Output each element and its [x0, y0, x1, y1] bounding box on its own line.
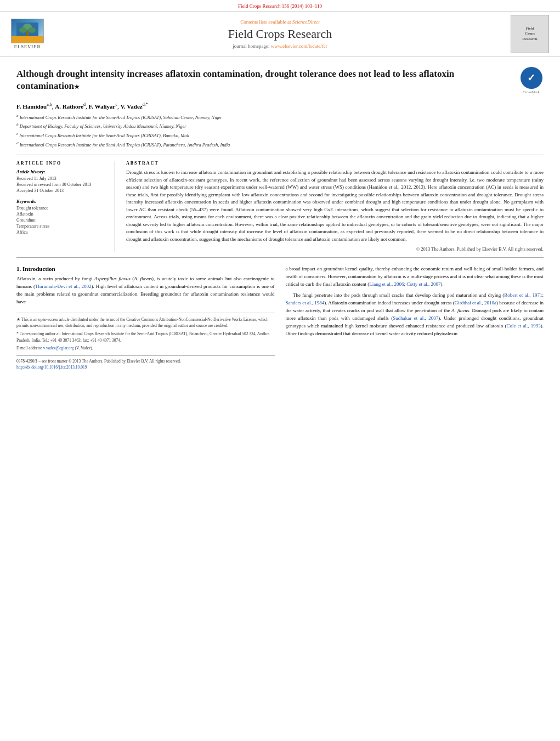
- abstract-heading: ABSTRACT: [126, 161, 544, 166]
- keyword-temp-stress: Temperature stress: [16, 224, 108, 229]
- article-title-text: Although drought intensity increases afl…: [16, 68, 511, 94]
- abstract-text: Drought stress is known to increase afla…: [126, 169, 544, 243]
- affiliation-a: a International Crops Research Institute…: [16, 113, 544, 121]
- keyword-drought-tolerance: Drought tolerance: [16, 206, 108, 211]
- footnotes-area: ★ This is an open-access article distrib…: [16, 313, 275, 351]
- elsevier-wordmark: ELSEVIER: [14, 44, 41, 49]
- affiliation-d: d International Crops Research Institute…: [16, 140, 544, 149]
- abstract-copyright: © 2013 The Authors. Published by Elsevie…: [126, 246, 544, 252]
- citation-robert[interactable]: Robert et al., 1971: [504, 292, 542, 298]
- author-vadez: V. Vadezd,*: [121, 103, 148, 110]
- sciencedirect-line: Contents lists available at ScienceDirec…: [60, 19, 500, 25]
- citation-liang[interactable]: Liang et al., 2006: [369, 281, 404, 287]
- doi-link[interactable]: http://dx.doi.org/10.1016/j.fcr.2013.10.…: [16, 365, 275, 370]
- article-body: Although drought intensity increases afl…: [0, 57, 560, 381]
- keywords-section: Keywords: Drought tolerance Aflatoxin Gr…: [16, 199, 108, 235]
- authors-line: F. Hamidoua,b, A. Rathored, F. Waliyarc,…: [16, 102, 544, 110]
- keywords-label: Keywords:: [16, 199, 108, 204]
- journal-header: ELSEVIER Contents lists available at Sci…: [0, 11, 560, 57]
- keyword-africa: Africa: [16, 230, 108, 235]
- history-accepted: Accepted 31 October 2013: [16, 188, 108, 193]
- info-abstract-section: ARTICLE INFO Article history: Received 1…: [16, 161, 544, 252]
- affiliation-c: c International Crops Research Institute…: [16, 131, 544, 139]
- abstract-col: ABSTRACT Drought stress is known to incr…: [126, 161, 544, 252]
- affiliations: a International Crops Research Institute…: [16, 113, 544, 148]
- main-content: 1. Introduction Aflatoxin, a toxin produ…: [16, 265, 544, 370]
- author-waliyar: F. Waliyarc,: [89, 103, 121, 110]
- svg-point-2: [19, 27, 27, 33]
- elsevier-logo-image: [11, 19, 44, 43]
- issn-text: 0378-4290/$ – see front matter © 2013 Th…: [16, 359, 181, 364]
- crossmark-badge[interactable]: ✓ CrossMark: [519, 68, 544, 93]
- keyword-groundnut: Groundnut: [16, 218, 108, 223]
- journal-center: Contents lists available at ScienceDirec…: [49, 19, 511, 49]
- article-info-col: ARTICLE INFO Article history: Received 1…: [16, 161, 115, 252]
- svg-point-3: [28, 27, 36, 33]
- high-label: High: [96, 284, 106, 289]
- divider-2: [16, 257, 544, 258]
- sciencedirect-link-text[interactable]: ScienceDirect: [292, 19, 320, 25]
- right-para-1: a broad impact on groundnut kernel quali…: [286, 265, 544, 289]
- citation-sudhakar[interactable]: Sudhakar et al., 2007: [393, 315, 438, 321]
- article-info-heading: ARTICLE INFO: [16, 161, 108, 166]
- journal-banner: Field Crops Research 156 (2014) 103–110: [0, 0, 560, 11]
- right-para-2: The fungi penetrate into the pods throug…: [286, 292, 544, 338]
- citation-thirumala[interactable]: Thirumala-Devi et al., 2002: [35, 284, 91, 289]
- author-rathore: A. Rathored,: [55, 103, 88, 110]
- footnote-email: E-mail address: v.vadez@cgiar.org (V. Va…: [16, 345, 275, 351]
- citation-girdthai[interactable]: Girdthai et al., 2010a: [455, 300, 496, 306]
- bottom-bar: 0378-4290/$ – see front matter © 2013 Th…: [16, 355, 275, 364]
- affiliation-b: b Department of Biology, Faculty of Scie…: [16, 122, 544, 130]
- journal-title: Field Crops Research: [60, 27, 500, 41]
- divider-1: [16, 155, 544, 155]
- history-received: Received 11 July 2013: [16, 176, 108, 181]
- main-left-col: 1. Introduction Aflatoxin, a toxin produ…: [16, 265, 275, 370]
- author-hamidou: F. Hamidoua,b,: [16, 103, 55, 110]
- intro-text: Aflatoxin, a toxin produced by fungi Asp…: [16, 275, 275, 306]
- footnote-corresponding: * Corresponding author at: International…: [16, 331, 275, 343]
- main-two-col: 1. Introduction Aflatoxin, a toxin produ…: [16, 265, 544, 370]
- homepage-url[interactable]: www.elsevier.com/locate/fcr: [271, 43, 327, 49]
- keyword-aflatoxin: Aflatoxin: [16, 212, 108, 217]
- email-link[interactable]: v.vadez@cgiar.org: [43, 346, 74, 350]
- elsevier-tree-icon: [16, 22, 38, 40]
- citation-sanders[interactable]: Sanders et al., 1984: [286, 300, 325, 306]
- journal-homepage-line: journal homepage: www.elsevier.com/locat…: [60, 43, 500, 49]
- journal-logo-right: Field Crops Research: [511, 15, 549, 53]
- intro-para-1: Aflatoxin, a toxin produced by fungi Asp…: [16, 275, 275, 306]
- history-label: Article history:: [16, 169, 108, 174]
- intro-section-title: 1. Introduction: [16, 265, 275, 272]
- right-col-text: a broad impact on groundnut kernel quali…: [286, 265, 544, 337]
- citation-cotty[interactable]: Cotty et al., 2007: [406, 281, 440, 287]
- svg-rect-4: [26, 31, 29, 36]
- article-title-section: Although drought intensity increases afl…: [16, 68, 544, 98]
- banner-text: Field Crops Research 156 (2014) 103–110: [238, 3, 322, 9]
- footnote-star: ★ This is an open-access article distrib…: [16, 316, 275, 329]
- elsevier-logo: ELSEVIER: [5, 19, 49, 49]
- citation-cole[interactable]: Cole et al., 1993: [506, 323, 540, 329]
- crossmark-icon: ✓: [521, 67, 542, 89]
- article-title: Although drought intensity increases afl…: [16, 68, 511, 92]
- crossmark-label: CrossMark: [523, 90, 540, 94]
- history-revised: Received in revised form 30 October 2013: [16, 182, 108, 187]
- main-right-col: a broad impact on groundnut kernel quali…: [286, 265, 544, 370]
